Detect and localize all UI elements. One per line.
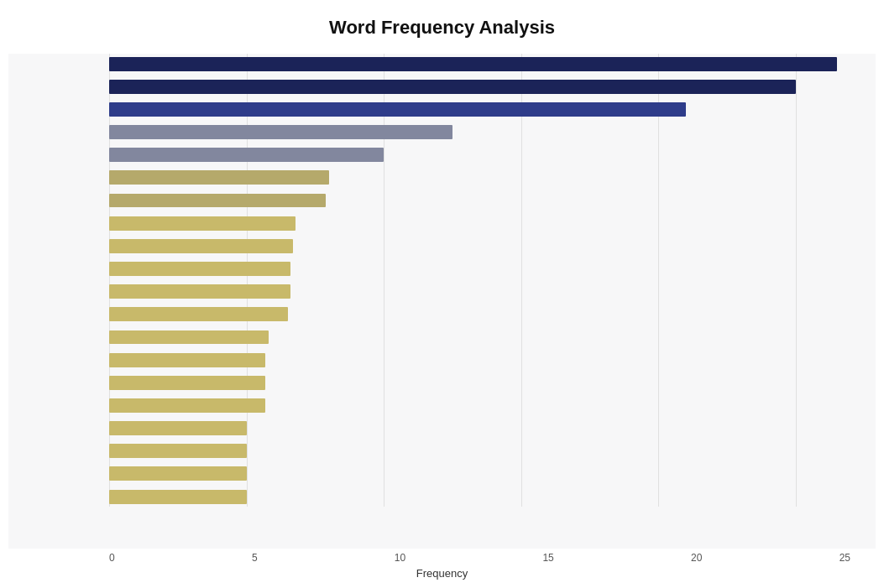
bar	[109, 262, 290, 276]
bar	[109, 444, 247, 458]
bar	[109, 239, 293, 253]
bar-row: drive	[109, 190, 850, 211]
bar-wrapper	[109, 258, 850, 278]
bar-row: like	[109, 350, 850, 370]
x-axis: 0510152025	[8, 552, 876, 564]
x-tick: 25	[840, 552, 850, 564]
chart-title: Word Frequency Analysis	[329, 17, 555, 39]
bar-row: percent	[109, 236, 850, 256]
bar-row: customers	[109, 327, 850, 347]
bar-wrapper	[109, 395, 850, 415]
bar-wrapper	[109, 168, 850, 188]
bar	[109, 353, 265, 367]
bar-wrapper	[109, 99, 850, 119]
bar-row: feedback	[109, 122, 850, 142]
bar-row: organizations	[109, 99, 850, 119]
bar-wrapper	[109, 76, 850, 96]
bar-row: customer	[109, 76, 850, 96]
bar	[109, 80, 796, 94]
x-tick: 15	[542, 552, 553, 564]
x-tick: 5	[252, 552, 258, 564]
x-tick: 10	[395, 552, 405, 564]
bar	[109, 170, 329, 185]
bar	[109, 216, 296, 231]
bar	[109, 102, 686, 117]
bar-row: data	[109, 54, 850, 74]
bar-wrapper	[109, 190, 850, 211]
x-tick: 20	[691, 552, 702, 564]
chart-area: datacustomerorganizationsfeedbackbusines…	[8, 54, 876, 580]
bar-wrapper	[109, 145, 850, 165]
bar-row: insights	[109, 168, 850, 188]
bar	[109, 194, 326, 208]
bar-wrapper	[109, 236, 850, 256]
bar-row: technology	[109, 464, 850, 484]
bar-row: team	[109, 419, 850, 439]
bar	[109, 466, 247, 481]
x-axis-label: Frequency	[8, 567, 876, 580]
bar-wrapper	[109, 282, 850, 302]
bar-row: understand	[109, 395, 850, 415]
bar-wrapper	[109, 327, 850, 347]
bar-row: solicit	[109, 487, 850, 507]
bar	[109, 490, 247, 504]
bar-wrapper	[109, 464, 850, 484]
bar-row: unsolicited	[109, 372, 850, 393]
bar-wrapper	[109, 304, 850, 325]
bar-wrapper	[109, 350, 850, 370]
bar-wrapper	[109, 441, 850, 461]
bar-wrapper	[109, 372, 850, 393]
bar	[109, 376, 265, 390]
bar	[109, 284, 290, 299]
bar-row: center	[109, 282, 850, 302]
bar	[109, 148, 384, 162]
bar	[109, 398, 265, 413]
bars-container: datacustomerorganizationsfeedbackbusines…	[8, 54, 876, 549]
bar	[109, 330, 269, 345]
bar-wrapper	[109, 54, 850, 74]
bar-row: contact	[109, 258, 850, 278]
bar-row: generative	[109, 304, 850, 325]
bar-row: meaningful	[109, 441, 850, 461]
bar-row: business	[109, 145, 850, 165]
x-tick: 0	[109, 552, 115, 564]
bar-row: service	[109, 213, 850, 233]
bar-wrapper	[109, 419, 850, 439]
bar-wrapper	[109, 487, 850, 507]
bar	[109, 57, 837, 71]
bar	[109, 421, 247, 435]
bar-wrapper	[109, 213, 850, 233]
bar	[109, 307, 288, 321]
bar-wrapper	[109, 122, 850, 142]
bar	[109, 125, 452, 139]
